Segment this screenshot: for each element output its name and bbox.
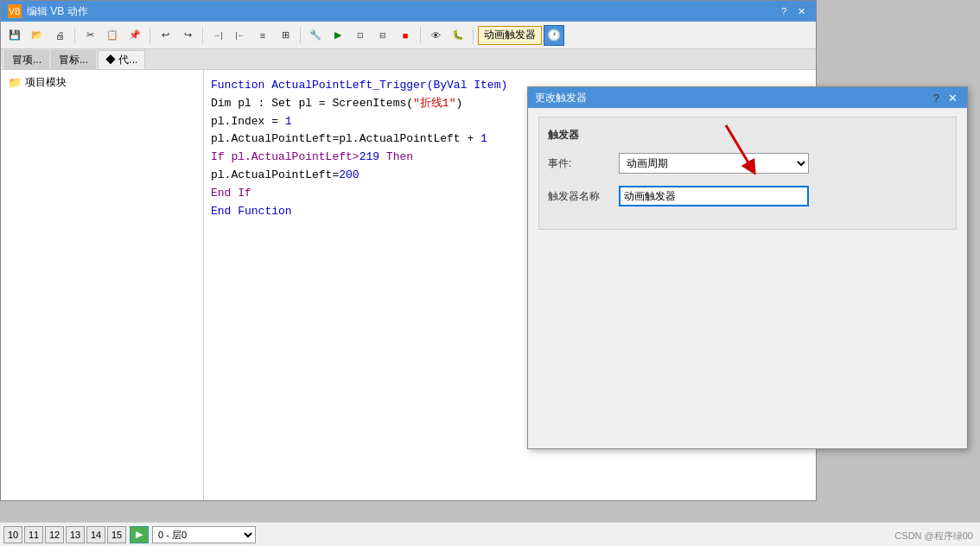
sidebar: 📁 项目模块 [1,70,204,500]
sidebar-item-module[interactable]: 📁 项目模块 [4,73,200,92]
trigger-section-title: 触发器 [548,128,947,143]
copy-button[interactable]: 📋 [102,25,123,46]
build-button[interactable]: 🔧 [305,25,326,46]
trigger-name-field-row: 触发器名称 [548,186,947,206]
event-label: 事件: [548,156,608,171]
dialog-title-bar: 更改触发器 ? ✕ [528,87,967,108]
trigger-label: 动画触发器 [478,26,542,45]
cut-button[interactable]: ✂ [80,25,100,46]
page-tab-13[interactable]: 13 [66,526,85,543]
sep2 [150,27,150,44]
sidebar-item-label: 项目模块 [25,75,67,90]
event-select[interactable]: 动画周期 鼠标单击 键盘事件 [619,153,809,174]
layer-select[interactable]: 0 - 层0 [152,526,256,543]
indent-right-button[interactable]: →| [207,25,228,46]
sep1 [74,27,75,44]
trigger-section: 触发器 事件: 动画周期 鼠标单击 键盘事件 触发器名称 [538,117,957,230]
align-button[interactable]: ≡ [252,25,273,46]
tab-project[interactable]: 冒项... [4,50,49,69]
app-icon: VB [8,4,22,18]
folder-icon: 📁 [8,76,22,89]
sep6 [473,27,474,44]
print-button[interactable]: 🖨 [49,25,70,46]
event-field-row: 事件: 动画周期 鼠标单击 键盘事件 [548,153,947,174]
tab-bookmark[interactable]: 冒标... [51,50,96,69]
main-help-btn[interactable]: ? [776,3,792,19]
page-tab-11[interactable]: 11 [24,526,43,543]
main-title-bar: VB 编辑 VB 动作 ? ✕ [1,1,816,22]
main-toolbar: 💾 📂 🖨 ✂ 📋 📌 ↩ ↪ →| |← ≡ ⊞ 🔧 ▶ ⊡ ⊟ ■ 👁 🐛 … [1,22,816,49]
open-button[interactable]: 📂 [27,25,48,46]
run-button[interactable]: ▶ [328,25,348,46]
page-tab-10[interactable]: 10 [3,526,22,543]
undo-button[interactable]: ↩ [155,25,175,46]
dialog-title: 更改触发器 [535,91,587,105]
format-button[interactable]: ⊞ [275,25,296,46]
watch-button[interactable]: 👁 [425,25,446,46]
tab-bar: 冒项... 冒标... ◆ 代... [1,49,816,70]
sep5 [420,27,421,44]
main-close-btn[interactable]: ✕ [793,3,809,19]
watermark: CSDN @程序绿00 [894,530,973,543]
status-bar: 10 11 12 13 14 15 ▶ 0 - 层0 [0,522,980,546]
indent-left-button[interactable]: |← [230,25,251,46]
sep3 [202,27,203,44]
page-tab-14[interactable]: 14 [86,526,105,543]
sep4 [300,27,301,44]
trigger-name-input[interactable] [619,186,809,206]
dialog-help-btn[interactable]: ? [933,92,939,105]
step-button[interactable]: ⊡ [350,25,371,46]
page-forward-btn[interactable]: ▶ [130,526,149,543]
clock-button[interactable]: 🕐 [544,25,564,46]
change-trigger-dialog: 更改触发器 ? ✕ 触发器 事件: 动画周期 鼠标单击 键盘事件 触发器名称 [527,86,968,449]
dialog-close-btn[interactable]: ✕ [945,90,960,105]
page-tab-12[interactable]: 12 [45,526,64,543]
stop-button[interactable]: ■ [395,25,416,46]
paste-button[interactable]: 📌 [124,25,145,46]
page-tab-15[interactable]: 15 [107,526,126,543]
main-title: 编辑 VB 动作 [27,4,88,19]
page-tabs: 10 11 12 13 14 15 [3,526,126,543]
debug-button[interactable]: 🐛 [448,25,468,46]
step-over-button[interactable]: ⊟ [372,25,393,46]
save-button[interactable]: 💾 [4,25,25,46]
trigger-name-label: 触发器名称 [548,189,608,204]
redo-button[interactable]: ↪ [177,25,198,46]
tab-code[interactable]: ◆ 代... [98,50,145,69]
dialog-content: 触发器 事件: 动画周期 鼠标单击 键盘事件 触发器名称 [528,108,967,245]
